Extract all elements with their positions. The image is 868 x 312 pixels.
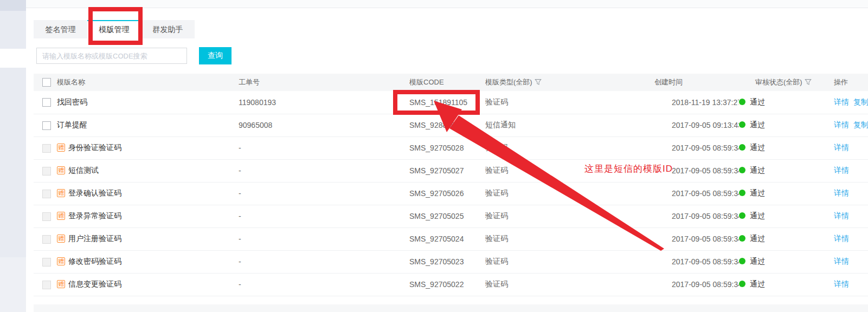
col-actions: 操作 (834, 74, 868, 91)
template-table-wrap: 模版名称工单号模版CODE模版类型(全部)创建时间审核状态(全部)操作 找回密码… (34, 74, 868, 296)
created-time: 2017-09-05 08:59:34 (672, 189, 739, 198)
status-badge: 通过 (750, 257, 765, 265)
col-work-order: 工单号 (239, 74, 409, 91)
template-name: 订单提醒 (57, 120, 87, 129)
row-checkbox (42, 212, 51, 221)
table-row: 找回密码119080193SMS_151891105验证码2018-11-19 … (34, 91, 868, 114)
detail-link[interactable]: 详情 (834, 120, 849, 129)
strip-block (0, 0, 26, 11)
row-checkbox (42, 235, 51, 244)
tab-template-management[interactable]: 模版管理 (87, 20, 141, 38)
template-name: 信息变更验证码 (68, 280, 121, 288)
status-dot-icon (739, 99, 745, 105)
work-order-number: - (239, 144, 241, 152)
created-time: 2017-09-05 08:59:34 (672, 280, 739, 289)
detail-link[interactable]: 详情 (834, 188, 849, 197)
created-time: 2017-09-05 08:59:34 (672, 212, 739, 220)
work-order-number: - (239, 189, 241, 198)
tab-signature-management[interactable]: 签名管理 (34, 20, 87, 38)
strip-block (0, 11, 26, 49)
template-type: 短信通知 (485, 120, 516, 129)
column-header-label: 创建时间 (654, 78, 683, 86)
status-badge: 通过 (750, 234, 765, 243)
row-checkbox[interactable] (42, 121, 51, 130)
template-code: SMS_92705022 (409, 280, 464, 289)
template-type: 验证码 (485, 234, 508, 243)
template-search-input[interactable] (36, 48, 187, 64)
created-time: 2017-09-05 08:59:34 (672, 257, 739, 266)
tab-bulk-send-assistant[interactable]: 群发助手 (141, 20, 195, 38)
work-order-number: 90965008 (239, 121, 272, 129)
detail-link[interactable]: 详情 (834, 234, 849, 243)
row-checkbox (42, 144, 51, 153)
work-order-number: - (239, 280, 241, 289)
detail-link[interactable]: 详情 (834, 143, 849, 152)
template-name: 找回密码 (57, 98, 87, 106)
select-all-checkbox[interactable] (42, 78, 51, 87)
column-header-label: 模版类型(全部) (485, 78, 532, 86)
status-badge: 通过 (750, 143, 765, 152)
detail-link[interactable]: 详情 (834, 280, 849, 288)
filter-icon[interactable] (805, 79, 812, 86)
template-code: SMS_151891105 (409, 98, 467, 107)
status-dot-icon (739, 144, 745, 151)
work-order-number: 119080193 (239, 98, 276, 107)
status-dot-icon (739, 167, 745, 173)
template-name: 修改密码验证码 (68, 257, 121, 265)
table-row: 赠用户注册验证码-SMS_92705024验证码2017-09-05 08:59… (34, 227, 868, 250)
top-divider-bar (26, 0, 868, 8)
copy-link[interactable]: 复制 (853, 120, 868, 129)
row-checkbox[interactable] (42, 98, 51, 107)
detail-link[interactable]: 详情 (834, 257, 849, 265)
status-badge: 通过 (750, 280, 765, 288)
page-edge-strip (0, 0, 26, 312)
template-code: SMS_92705027 (409, 166, 464, 175)
created-time: 2017-09-05 08:59:34 (672, 144, 739, 152)
detail-link[interactable]: 详情 (834, 211, 849, 220)
column-header-label: 操作 (834, 78, 848, 86)
table-header-row: 模版名称工单号模版CODE模版类型(全部)创建时间审核状态(全部)操作 (34, 74, 868, 91)
work-order-number: - (239, 257, 241, 266)
template-table: 模版名称工单号模版CODE模版类型(全部)创建时间审核状态(全部)操作 找回密码… (34, 74, 868, 296)
tab-bar: 签名管理 模版管理 群发助手 (34, 20, 195, 38)
status-badge: 通过 (750, 98, 765, 106)
status-dot-icon (739, 190, 745, 196)
column-header-label: 审核状态(全部) (755, 78, 802, 86)
template-code: SMS_92885004 (409, 121, 464, 129)
detail-link[interactable]: 详情 (834, 98, 849, 106)
created-time: 2018-11-19 13:37:27 (672, 98, 739, 107)
table-row: 赠修改密码验证码-SMS_92705023验证码2017-09-05 08:59… (34, 250, 868, 273)
table-row: 订单提醒90965008SMS_92885004短信通知2017-09-05 0… (34, 114, 868, 136)
status-badge: 通过 (750, 166, 765, 174)
copy-link[interactable]: 复制 (853, 98, 868, 106)
filter-icon[interactable] (535, 79, 542, 86)
template-type: 验证码 (485, 257, 508, 265)
table-footer-bar (34, 304, 868, 312)
column-header-label: 模版名称 (57, 78, 85, 86)
created-time: 2017-09-05 08:59:34 (672, 166, 739, 175)
status-badge: 通过 (750, 188, 765, 197)
created-time: 2017-09-05 09:13:43 (672, 121, 739, 129)
template-code: SMS_92705026 (409, 189, 464, 198)
status-dot-icon (739, 235, 745, 242)
template-name: 身份验证验证码 (68, 143, 121, 152)
work-order-number: - (239, 166, 241, 175)
col-template-name: 模版名称 (57, 74, 239, 91)
template-name: 用户注册验证码 (68, 234, 121, 243)
column-header-label: 工单号 (239, 78, 260, 86)
template-code: SMS_92705025 (409, 212, 464, 220)
column-header-label: 模版CODE (409, 78, 444, 86)
template-type: 验证码 (485, 166, 508, 174)
detail-link[interactable]: 详情 (834, 166, 849, 174)
row-checkbox (42, 167, 51, 176)
template-name: 短信测试 (68, 166, 99, 174)
strip-block (0, 68, 26, 257)
col-created-time: 创建时间 (654, 74, 739, 91)
query-button[interactable]: 查询 (199, 47, 232, 64)
status-dot-icon (739, 258, 745, 264)
table-row: 赠登录确认验证码-SMS_92705026验证码2017-09-05 08:59… (34, 182, 868, 205)
template-code: SMS_92705024 (409, 235, 464, 243)
gift-badge-icon: 赠 (57, 257, 65, 265)
table-row: 赠信息变更验证码-SMS_92705022验证码2017-09-05 08:59… (34, 273, 868, 296)
status-badge: 通过 (750, 120, 765, 129)
